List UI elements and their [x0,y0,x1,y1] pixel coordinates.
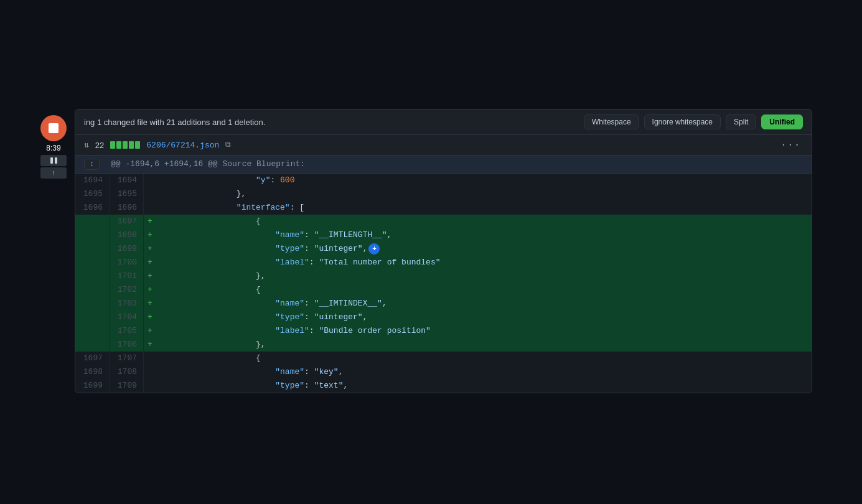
line-content: "name": "__IMTLENGTH__", [156,228,812,242]
ignore-whitespace-button[interactable]: Ignore whitespace [644,114,721,129]
line-sign [144,379,156,393]
summary-text: ing 1 changed file with 21 additions and… [84,118,265,127]
hunk-expand-button[interactable]: ↕ [84,159,100,170]
hunk-info: @@ -1694,6 +1694,16 @@ Source Blueprint: [111,159,305,169]
new-line-number: 1700 [110,256,144,269]
old-line-number: 1697 [75,352,110,365]
bar-seg-1 [110,141,115,149]
file-count: 22 [95,141,104,150]
old-line-number [75,228,110,242]
new-line-number: 1694 [110,174,144,187]
comment-bubble[interactable]: + [368,243,380,254]
line-sign [144,187,156,201]
old-line-number [75,256,110,269]
line-sign: + [144,283,156,297]
unified-button[interactable]: Unified [761,114,803,129]
old-line-number [75,283,110,297]
diff-toolbar: ing 1 changed file with 21 additions and… [75,110,812,135]
old-line-number [75,338,110,352]
pause-button[interactable] [40,155,67,166]
line-sign: + [144,228,156,242]
more-options-icon[interactable]: ··· [778,139,803,151]
table-row: 16961696 "interface": [ [75,201,812,215]
table-row: 1699+ "type": "uinteger",+ [75,242,812,256]
line-sign [144,365,156,379]
old-line-number [75,310,110,324]
whitespace-button[interactable]: Whitespace [584,114,639,129]
table-row: 1700+ "label": "Total number of bundles" [75,256,812,269]
record-time: 8:39 [46,144,60,152]
new-line-number: 1707 [110,352,144,365]
new-line-number: 1697 [110,215,144,228]
line-content: "label": "Bundle order position" [156,324,812,338]
line-content: "type": "uinteger", [156,310,812,324]
line-content: "type": "uinteger",+ [156,242,812,256]
expand-icon[interactable]: ⇅ [84,140,89,150]
toolbar-actions: Whitespace Ignore whitespace Split Unifi… [584,114,803,129]
stop-icon [49,123,59,133]
split-button[interactable]: Split [726,114,756,129]
bar-seg-3 [123,141,128,149]
old-line-number [75,242,110,256]
bar-seg-2 [116,141,121,149]
new-line-number: 1698 [110,228,144,242]
table-row: 16941694 "y": 600 [75,174,812,187]
line-sign: + [144,256,156,269]
diff-container: ing 1 changed file with 21 additions and… [75,109,812,393]
upload-icon: ↑ [52,169,56,177]
table-row: 1703+ "name": "__IMTINDEX__", [75,297,812,310]
old-line-number: 1698 [75,365,110,379]
old-line-number: 1694 [75,174,110,187]
file-name[interactable]: 6206/67214.json [146,141,219,150]
table-row: 16971707 { [75,352,812,365]
old-line-number: 1695 [75,187,110,201]
line-sign [144,174,156,187]
old-line-number [75,269,110,283]
new-line-number: 1704 [110,310,144,324]
line-content: }, [156,338,812,352]
new-line-number: 1699 [110,242,144,256]
recording-indicator: 8:39 ↑ [40,115,67,179]
line-content: "label": "Total number of bundles" [156,256,812,269]
new-line-number: 1706 [110,338,144,352]
line-content: "interface": [ [156,201,812,215]
hunk-header: ↕ @@ -1694,6 +1694,16 @@ Source Blueprin… [75,156,812,174]
old-line-number: 1696 [75,201,110,215]
line-content: "y": 600 [156,174,812,187]
line-content: }, [156,187,812,201]
copy-icon[interactable]: ⧉ [225,141,231,149]
record-button[interactable] [40,115,67,141]
line-sign: + [144,338,156,352]
old-line-number: 1699 [75,379,110,393]
line-content: "type": "text", [156,379,812,393]
upload-button[interactable]: ↑ [40,167,67,179]
new-line-number: 1708 [110,365,144,379]
bar-seg-5 [135,141,140,149]
line-content: { [156,352,812,365]
line-content: { [156,215,812,228]
new-line-number: 1702 [110,283,144,297]
line-sign: + [144,215,156,228]
pause-bar-right [55,157,57,164]
line-sign [144,352,156,365]
old-line-number [75,215,110,228]
table-row: 16991709 "type": "text", [75,379,812,393]
old-line-number [75,297,110,310]
table-row: 16981708 "name": "key", [75,365,812,379]
new-line-number: 1695 [110,187,144,201]
table-row: 1698+ "name": "__IMTLENGTH__", [75,228,812,242]
line-sign: + [144,324,156,338]
line-sign: + [144,269,156,283]
file-header-right: ··· [778,139,803,151]
line-sign: + [144,242,156,256]
table-row: 1704+ "type": "uinteger", [75,310,812,324]
additions-bar [110,141,140,149]
new-line-number: 1705 [110,324,144,338]
table-row: 1705+ "label": "Bundle order position" [75,324,812,338]
diff-body: 16941694 "y": 60016951695 },16961696 "in… [75,174,812,393]
bar-seg-4 [129,141,134,149]
table-row: 16951695 }, [75,187,812,201]
table-row: 1701+ }, [75,269,812,283]
new-line-number: 1701 [110,269,144,283]
toolbar-summary: ing 1 changed file with 21 additions and… [84,118,265,127]
